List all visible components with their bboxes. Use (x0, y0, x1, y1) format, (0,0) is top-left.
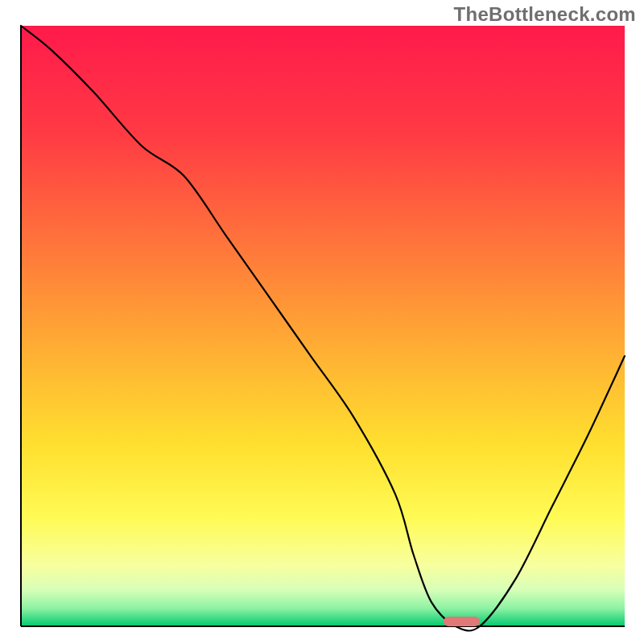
chart-optimal-marker (444, 617, 480, 626)
bottleneck-curve-chart (0, 0, 644, 644)
chart-background-gradient (21, 26, 625, 626)
chart-stage: TheBottleneck.com (0, 0, 644, 644)
